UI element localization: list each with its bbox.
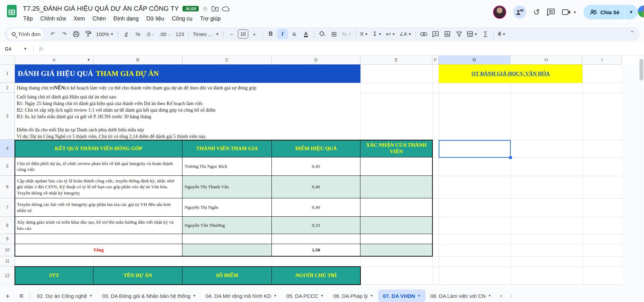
bottom-header-stt[interactable]: STT [15,266,93,285]
column-a-dropdown-icon[interactable]: ▼ [87,58,90,62]
collaborators-button[interactable] [513,6,526,19]
link-banner-cell[interactable]: QT ĐÁNH GIÁ HQCV, VĂN HÓA [439,64,582,83]
total-empty-cell[interactable] [182,244,272,256]
vertical-align-button[interactable]: ↧▼ [370,29,383,39]
column-header-a[interactable]: A ▼ [15,55,93,64]
empty-row-cell[interactable] [15,234,182,244]
tab-dropdown-icon[interactable]: ▼ [321,294,324,297]
name-box[interactable]: G4 ▼ [0,46,30,52]
create-filter-button[interactable] [454,29,465,39]
bold-button[interactable]: B [265,29,276,39]
select-all-corner[interactable] [0,55,15,64]
column-header-g[interactable]: G [439,55,510,64]
bottom-header-score[interactable]: SỐ ĐIỂM [182,266,272,285]
tab-dropdown-icon[interactable]: ▼ [370,294,373,297]
column-header-i[interactable]: I [582,55,622,64]
horizontal-align-button[interactable]: ≡▼ [358,29,370,39]
row-header-12[interactable]: 12 [0,266,15,285]
tab-dropdown-icon[interactable]: ▼ [193,294,196,297]
bottom-header-project[interactable]: TÊN DỰ ÁN [93,266,182,285]
qt-evaluation-link[interactable]: QT ĐÁNH GIÁ HQCV, VĂN HÓA [472,71,550,77]
insert-chart-button[interactable] [442,29,453,39]
merge-cells-button[interactable]: ⇆▼ [340,29,353,39]
table-row-member[interactable]: Nguyễn Thị Thanh Vân [182,176,272,198]
increase-font-size-button[interactable]: + [249,29,260,39]
selected-cell-g4[interactable] [439,140,511,158]
sheet-tab-08[interactable]: 08. DA Làm việc với CN▼ [426,290,496,302]
name-box-dropdown-icon[interactable]: ▼ [24,47,27,51]
share-button[interactable]: Chia Sẻ ▼ [583,5,638,19]
tabs-scroll-right-icon[interactable]: › [506,292,517,299]
table-row-score[interactable]: 0,40 [272,176,360,198]
fill-color-button[interactable] [317,29,328,39]
column-header-b[interactable]: B [93,55,182,64]
menu-data[interactable]: Dữ liệu [143,15,168,23]
add-sheet-icon[interactable]: ＋ [0,291,15,301]
text-color-button[interactable]: A [301,29,312,39]
version-history-icon[interactable]: ↺ [533,8,540,17]
sheet-tab-06[interactable]: 06. DA Pháp lý▼ [329,290,378,302]
functions-button[interactable]: ∑ [480,29,491,39]
total-confirm-cell[interactable] [360,244,432,256]
bottom-header-lead[interactable]: NGƯỜI CHỦ TRÌ [272,266,360,285]
total-label-cell[interactable]: Tổng [15,244,182,256]
table-row-confirm[interactable] [360,198,432,217]
empty-row-cell[interactable] [272,234,360,244]
text-wrap-button[interactable]: ↩▼ [384,29,397,39]
sheet-tab-07-active[interactable]: 07. DA VHDN▼ [378,290,426,302]
menu-format[interactable]: Định dạng [110,15,143,23]
vertical-scrollbar-thumb[interactable] [639,59,643,80]
document-title[interactable]: T7.25_ĐÁNH GIÁ HIỆU QUẢ DỰ ÁN CẤP CÔNG T… [23,5,179,12]
main-table-header-score[interactable]: ĐIỂM HIỆU QUẢ [272,140,360,157]
main-table-header-confirm[interactable]: XÁC NHẬN CỦA THÀNH VIÊN [360,140,432,157]
note-row-2[interactable]: Hàng tháng chủ trì NÊN có kế hoạch làm v… [15,83,360,93]
google-account-avatar[interactable] [638,6,644,17]
menu-insert[interactable]: Chèn [89,15,109,23]
table-row-member[interactable]: Trương Thị Ngọc Bích [182,157,272,176]
hide-toolbar-button[interactable]: ⌃ [630,30,634,36]
font-select[interactable]: Times ...▼ [191,29,221,39]
font-size-input[interactable]: 10 [238,29,248,38]
tab-dropdown-icon[interactable]: ▼ [418,294,421,297]
search-menus-button[interactable]: Trình đơn [8,28,44,40]
menu-view[interactable]: Xem [70,15,89,23]
menu-help[interactable]: Trợ giúp [196,15,225,23]
currency-format-button[interactable]: đ [120,29,132,39]
table-row-member[interactable]: Nguyễn Thị Ngân [182,198,272,217]
column-header-e[interactable]: E [360,55,432,64]
column-header-c[interactable]: C [182,55,272,64]
avatar[interactable] [493,6,506,19]
print-button[interactable] [71,29,82,39]
row-header-5[interactable]: 5 [0,157,15,176]
meet-video-icon[interactable] [562,9,571,15]
strikethrough-button[interactable]: S [289,29,300,39]
tabs-scroll-left-icon[interactable]: ‹ [496,292,506,299]
all-sheets-icon[interactable]: ≡ [15,292,28,300]
table-row-member[interactable]: Nguyễn Văn Nhưỡng [182,217,272,234]
table-row-desc[interactable]: Xây dựng giáo trình và triển khai đào tạ… [15,217,182,234]
redo-button[interactable]: ↷ [59,29,70,39]
fill-handle[interactable] [509,156,512,159]
paint-format-button[interactable] [82,29,93,39]
note-row-3[interactable]: Cuối hàng chủ trì đánh giá Hiệu quả dự á… [15,93,360,140]
table-row-score[interactable]: 0,45 [272,157,360,176]
undo-button[interactable]: ↶ [47,29,58,39]
table-row-confirm[interactable] [360,157,432,176]
zoom-select[interactable]: 100%▼ [94,29,115,39]
table-row-score[interactable]: 0,40 [272,198,360,217]
row-header-7[interactable]: 7 [0,198,15,217]
sheet-tab-02[interactable]: 02. Dự án Công nghệ▼ [32,290,97,302]
tab-dropdown-icon[interactable]: ▼ [274,294,277,297]
vertical-scrollbar-track[interactable] [639,55,644,284]
text-rotation-button[interactable]: ∠A▼ [398,29,413,39]
insert-table-button[interactable]: ▼ [465,29,479,39]
table-row-desc[interactable]: Truyền thông các bài viết về Integrity g… [15,198,182,217]
increase-decimal-button[interactable]: .00→ [158,29,173,39]
percent-format-button[interactable]: % [132,29,143,39]
sheet-tab-04[interactable]: 04. DA Mở rộng mô hình KD▼ [201,290,281,302]
row-header-10[interactable]: 10 [0,244,15,256]
decrease-font-size-button[interactable]: − [226,29,237,39]
insert-link-button[interactable] [418,29,429,39]
share-dropdown-icon[interactable]: ▼ [625,5,638,19]
column-header-h[interactable]: H [510,55,582,64]
